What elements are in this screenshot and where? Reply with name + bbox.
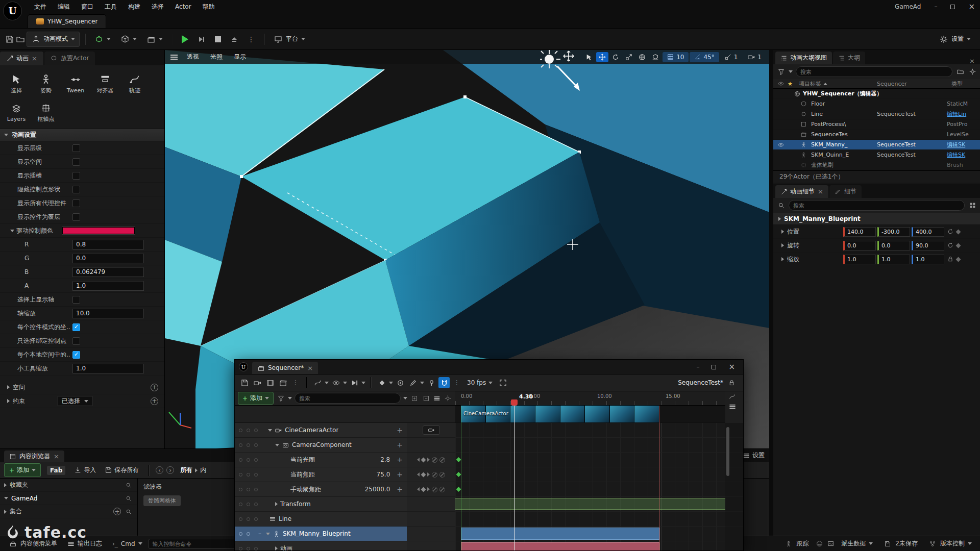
sequence-breadcrumb[interactable]: SequenceTest* (678, 379, 723, 386)
chevron-down-icon[interactable] (361, 382, 365, 384)
rotation-z-field[interactable]: 90.0 (912, 241, 944, 251)
frame-skip-button[interactable] (194, 33, 209, 45)
checkbox[interactable] (72, 213, 80, 221)
tool-tween[interactable]: Tween (61, 68, 90, 100)
add-section-icon[interactable]: + (397, 441, 403, 448)
screenshot-icon[interactable] (826, 539, 835, 548)
checkbox[interactable] (72, 323, 80, 331)
track-timeline[interactable] (455, 512, 725, 527)
breadcrumb-root[interactable]: 所有 (180, 466, 192, 474)
menu-help[interactable]: 帮助 (197, 0, 220, 13)
tab-details[interactable]: 细节 (829, 185, 862, 198)
number-field[interactable]: 0.8 (72, 240, 144, 249)
outliner-row[interactable]: 盒体笔刷 Brush (773, 160, 980, 170)
more-kebab-icon[interactable]: ⋮ (290, 377, 301, 388)
collections-row[interactable]: 集合+ (0, 505, 137, 518)
edit-options-icon[interactable] (407, 377, 419, 388)
expander-icon[interactable] (7, 385, 10, 389)
add-circle-icon[interactable]: + (151, 384, 158, 391)
track-value[interactable]: 25000.0 (365, 486, 390, 493)
reset-icon[interactable] (946, 241, 955, 250)
track-timeline[interactable] (455, 527, 725, 541)
scale-z-field[interactable]: 1.0 (912, 255, 944, 264)
search-icon[interactable] (124, 481, 133, 490)
close-icon[interactable]: × (818, 188, 823, 195)
add-button[interactable]: +添加 (4, 463, 41, 477)
version-control-dropdown[interactable]: 版本控制 (924, 536, 976, 551)
trace-button[interactable]: 跟踪 (780, 536, 813, 551)
add-circle-icon[interactable]: + (151, 397, 158, 405)
next-key-icon[interactable] (427, 472, 430, 477)
sequencer-tab[interactable]: Sequencer* × (252, 362, 318, 374)
expand-all-icon[interactable] (410, 394, 419, 403)
menu-actor[interactable]: Actor (169, 0, 197, 13)
chevron-down-icon[interactable] (288, 397, 292, 399)
track-row-selected[interactable]: –SKM_Manny_Blueprint (235, 527, 744, 541)
close-button[interactable]: × (728, 362, 735, 371)
outliner-search-input[interactable] (796, 66, 952, 77)
animation-section[interactable] (461, 542, 659, 550)
expander-icon[interactable] (266, 533, 270, 535)
expander-icon[interactable] (275, 444, 279, 446)
number-field[interactable]: 0.062479 (72, 267, 144, 277)
cmd-dropdown[interactable]: ›_ Cmd (108, 536, 146, 551)
expander-icon[interactable] (10, 230, 14, 232)
keyframe-icon[interactable] (956, 243, 961, 248)
animation-settings-header[interactable]: 动画设置 (0, 129, 164, 141)
minimize-button[interactable]: – (696, 363, 699, 370)
add-keyframe-icon[interactable] (421, 472, 426, 477)
derived-data-dropdown[interactable]: 派生数据 (837, 536, 877, 551)
scale-snap-button[interactable]: 1 (720, 52, 743, 62)
chevron-down-icon[interactable] (420, 382, 424, 384)
project-row[interactable]: GameAd (0, 492, 137, 505)
location-z-field[interactable]: 400.0 (912, 227, 944, 237)
playhead-line[interactable] (514, 406, 514, 550)
filter-icon[interactable] (276, 394, 285, 403)
checkbox[interactable] (72, 158, 80, 166)
outliner-row[interactable]: PostProcess\ PostPro (773, 119, 980, 130)
sequencer-titlebar[interactable]: U Sequencer* × – × (235, 360, 743, 374)
platforms-dropdown[interactable]: 平台 (270, 32, 309, 46)
details-object-row[interactable]: SKM_Manny_Blueprint (773, 213, 980, 225)
checkbox[interactable] (72, 351, 80, 359)
expander-icon[interactable] (268, 429, 272, 432)
feedback-icon[interactable] (815, 539, 824, 548)
timeline-ruler[interactable]: 0.00 5.00 10.00 15.00 (455, 391, 725, 406)
sequencer-window[interactable]: U Sequencer* × – × ⋮ (234, 359, 744, 551)
track-row[interactable]: Transform (235, 497, 744, 512)
add-key-icon[interactable]: + (397, 486, 403, 493)
track-row[interactable]: CineCameraActor+ (235, 423, 744, 438)
track-timeline[interactable] (455, 423, 725, 438)
details-search-input[interactable] (789, 200, 965, 211)
search-icon[interactable] (124, 494, 133, 503)
checkbox[interactable] (72, 199, 80, 207)
camera-speed-button[interactable]: 1 (743, 52, 766, 62)
keyframe-icon[interactable] (956, 257, 961, 262)
eye-icon[interactable] (777, 79, 785, 88)
content-browser-settings[interactable]: 设置 (743, 451, 765, 460)
next-key-icon[interactable] (427, 487, 430, 491)
expander-icon[interactable] (781, 243, 784, 247)
folder-add-icon[interactable] (955, 67, 965, 77)
world-space-button[interactable] (636, 52, 648, 62)
more-kebab-icon[interactable]: ⋮ (451, 377, 462, 388)
slate-icon[interactable] (277, 377, 288, 388)
add-actor-dropdown[interactable] (90, 32, 115, 46)
perspective-dropdown[interactable]: 透视 (182, 51, 204, 63)
prev-key-icon[interactable] (417, 487, 420, 491)
view-mode-dropdown[interactable]: 光照 (206, 51, 227, 63)
menu-select[interactable]: 选择 (146, 0, 169, 13)
track-value[interactable]: 75.0 (377, 471, 390, 478)
column-sequencer[interactable]: Sequencer (877, 81, 907, 87)
play-options-kebab[interactable]: ⋮ (243, 33, 259, 46)
track-timeline[interactable] (455, 453, 725, 467)
outliner-row-selected[interactable]: SKM_Manny_ SequenceTest 编辑SK (773, 140, 980, 150)
chevron-down-icon[interactable] (343, 382, 347, 384)
pin-icon[interactable] (426, 377, 437, 388)
forward-icon[interactable]: › (166, 466, 174, 474)
eye-icon[interactable] (777, 140, 785, 149)
keyframe-options-icon[interactable] (376, 377, 387, 388)
number-field[interactable]: 10.0 (72, 309, 144, 318)
track-value[interactable]: 2.8 (380, 456, 390, 463)
add-keyframe-icon[interactable] (421, 457, 426, 462)
